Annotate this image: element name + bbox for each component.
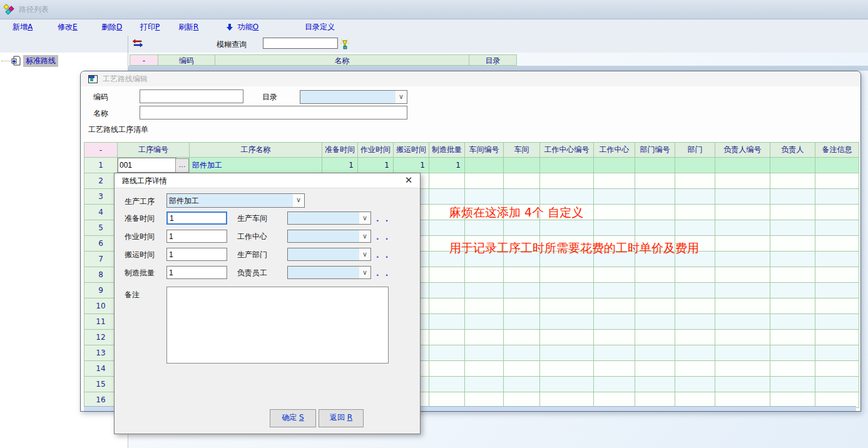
filter-lamp-icon[interactable] [340, 38, 350, 48]
close-icon[interactable]: ✕ [402, 175, 415, 186]
ok-button[interactable]: 确定 S [270, 409, 316, 427]
row-number[interactable]: 9 [84, 283, 118, 298]
chevron-down-icon: ∨ [396, 91, 407, 103]
return-button[interactable]: 返回 R [319, 409, 364, 427]
op-code-input[interactable] [118, 158, 176, 173]
row-number[interactable]: 13 [84, 345, 118, 361]
modify-button[interactable]: 修改E [58, 22, 78, 33]
grid-cell [770, 345, 815, 361]
grid-cell [770, 361, 815, 377]
grid-cell [815, 314, 859, 330]
grid-cell [465, 267, 504, 283]
prep-time-input[interactable] [166, 211, 227, 225]
grid-cell [504, 361, 540, 377]
grid-cell [675, 220, 715, 236]
remark-textarea[interactable] [166, 287, 389, 364]
outer-header-code[interactable]: 编码 [158, 54, 215, 66]
workcenter-browse-dots[interactable]: . . [376, 233, 390, 242]
row-number[interactable]: 15 [84, 377, 118, 392]
row-number[interactable]: 16 [84, 392, 118, 408]
row-number[interactable]: 10 [84, 298, 118, 314]
add-button[interactable]: 新增A [13, 22, 33, 33]
row-number[interactable]: 3 [84, 189, 118, 205]
name-input[interactable] [140, 106, 407, 120]
grid-cell [815, 158, 859, 173]
row-number[interactable]: 8 [84, 267, 118, 283]
ops-grid-header-12[interactable]: 部门 [675, 143, 715, 158]
grid-cell [465, 361, 504, 377]
ops-grid-header-7[interactable]: 车间编号 [465, 143, 504, 158]
ops-grid-header-1[interactable]: 工序编号 [118, 143, 190, 158]
toolbar-separator [128, 36, 128, 53]
route-edit-dialog-titlebar: 工艺路线编辑 [81, 71, 860, 86]
row-number[interactable]: 12 [84, 330, 118, 345]
ops-grid-header-13[interactable]: 负责人编号 [715, 143, 770, 158]
ops-grid-header-row: -工序编号工序名称准备时间作业时间搬运时间制造批量车间编号车间工作中心编号工作中… [84, 143, 859, 158]
code-input[interactable] [140, 89, 243, 103]
workcenter-select[interactable]: ∨ [287, 230, 371, 243]
outer-header-directory[interactable]: 目录 [469, 54, 517, 66]
grid-cell [770, 173, 815, 189]
grid-cell [675, 189, 715, 205]
department-browse-dots[interactable]: . . [376, 251, 390, 260]
ops-grid-header-11[interactable]: 部门编号 [635, 143, 675, 158]
row-number[interactable]: 14 [84, 361, 118, 377]
grid-cell [635, 267, 675, 283]
ops-grid-header-8[interactable]: 车间 [504, 143, 540, 158]
function-menu-button[interactable]: 功能O [225, 22, 258, 33]
grid-cell [540, 298, 594, 314]
op-code-browse-button[interactable]: … [175, 158, 189, 173]
ops-grid-header-2[interactable]: 工序名称 [190, 143, 322, 158]
grid-cell [815, 361, 859, 377]
swap-arrows-icon[interactable] [133, 39, 143, 49]
delete-button[interactable]: 删除D [101, 22, 122, 33]
work-time-input[interactable] [166, 230, 227, 243]
grid-cell [635, 392, 675, 408]
grid-cell [715, 236, 770, 252]
workshop-browse-dots[interactable]: . . [376, 215, 390, 223]
grid-cell [594, 267, 635, 283]
ops-grid-header-5[interactable]: 搬运时间 [394, 143, 429, 158]
row-number[interactable]: 6 [84, 236, 118, 252]
employee-select[interactable]: ∨ [287, 266, 371, 279]
search-input[interactable] [263, 38, 338, 49]
grid-cell [429, 345, 465, 361]
row-number[interactable]: 1 [84, 158, 118, 173]
ops-grid-header-4[interactable]: 作业时间 [358, 143, 394, 158]
flowchart-app-icon [4, 4, 15, 15]
batch-input[interactable] [166, 266, 227, 279]
outer-header-name[interactable]: 名称 [215, 54, 469, 66]
row-number[interactable]: 11 [84, 314, 118, 330]
table-row: 1…部件加工1111 [84, 158, 859, 173]
ops-grid-header-6[interactable]: 制造批量 [429, 143, 465, 158]
row-number[interactable]: 7 [84, 252, 118, 267]
row-number[interactable]: 5 [84, 220, 118, 236]
grid-cell [540, 345, 594, 361]
directory-select[interactable]: ∨ [300, 90, 407, 104]
employee-browse-dots[interactable]: . . [376, 269, 390, 278]
grid-cell[interactable]: 部件加工 [190, 158, 322, 173]
department-select[interactable]: ∨ [287, 248, 371, 261]
grid-cell [770, 189, 815, 205]
ops-grid-header-0[interactable]: - [84, 143, 118, 158]
grid-cell [675, 205, 715, 220]
ops-grid-header-10[interactable]: 工作中心 [594, 143, 635, 158]
outer-header-select[interactable]: - [130, 54, 158, 66]
ops-grid-header-15[interactable]: 备注信息 [815, 143, 859, 158]
op-select[interactable]: 部件加工 ∨ [166, 193, 305, 208]
grid-cell [770, 377, 815, 392]
directory-define-button[interactable]: 目录定义 [305, 22, 335, 33]
move-time-input[interactable] [166, 248, 227, 261]
ops-grid-header-3[interactable]: 准备时间 [322, 143, 358, 158]
workshop-select[interactable]: ∨ [287, 211, 371, 225]
grid-cell [594, 330, 635, 345]
refresh-button[interactable]: 刷新R [178, 22, 198, 33]
tree-item-standard-route[interactable]: 标准路线 [0, 55, 58, 66]
ops-grid-header-9[interactable]: 工作中心编号 [540, 143, 594, 158]
annotation-line2: 用于记录工序工时所需要花费的工时单价及费用 [449, 240, 699, 257]
print-button[interactable]: 打印P [140, 22, 160, 33]
ops-grid-header-14[interactable]: 负责人 [770, 143, 815, 158]
grid-cell [770, 205, 815, 220]
row-number[interactable]: 2 [84, 173, 118, 189]
row-number[interactable]: 4 [84, 205, 118, 220]
